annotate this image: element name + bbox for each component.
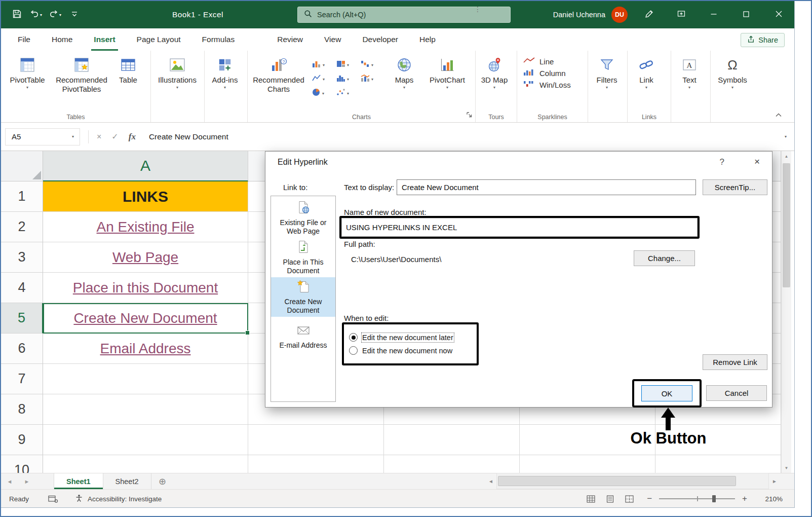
screentip-button[interactable]: ScreenTip... [703,179,767,195]
sparkline-column-button[interactable]: Column [523,68,571,78]
horizontal-scroll-thumb[interactable] [498,476,736,486]
illustrations-button[interactable]: Illustrations ▾ [153,53,202,91]
horizontal-scrollbar[interactable]: ◄ ► [485,473,780,489]
scroll-down-icon[interactable]: ▼ [782,463,791,473]
tab-review[interactable]: Review [266,28,314,51]
page-break-preview-icon[interactable] [622,492,637,505]
cell[interactable] [248,425,384,455]
text-button[interactable]: A Text ▾ [673,53,706,91]
tab-insert[interactable]: Insert [83,28,126,51]
dialog-help-icon[interactable]: ? [720,157,724,167]
scroll-right-icon[interactable]: ► [769,473,780,489]
horizontal-scroll-track[interactable] [496,473,769,489]
expand-formula-bar-icon[interactable]: ▾ [785,134,787,139]
text-to-display-input[interactable] [397,179,696,195]
zoom-out-icon[interactable]: − [644,494,655,504]
new-sheet-icon[interactable]: ⊕ [151,473,174,489]
ok-button[interactable]: OK [641,385,692,401]
macro-record-icon[interactable] [48,495,58,503]
zoom-slider[interactable] [659,498,735,499]
inking-button[interactable] [633,1,665,28]
cell-a4[interactable]: Place in this Document [43,273,248,303]
insert-statistic-chart-button[interactable]: ▾ [335,72,359,86]
sidebar-item-existing-file[interactable]: Existing File or Web Page [271,198,335,238]
select-all-corner[interactable] [1,151,43,181]
cell-a3[interactable]: Web Page [43,242,248,273]
page-layout-view-icon[interactable] [602,492,617,505]
sheet-tab-sheet1[interactable]: Sheet1 [54,473,103,489]
cell-a6[interactable]: Email Address [43,334,248,364]
tab-splitter-handle[interactable]: ⋮ [474,1,481,17]
pivottable-button[interactable]: PivotTable ▾ [3,53,52,91]
tab-file[interactable]: File [7,28,41,51]
cell[interactable] [655,455,781,473]
zoom-in-icon[interactable]: + [739,494,750,504]
share-button[interactable]: Share [741,33,785,47]
sidebar-item-email-address[interactable]: E-mail Address [271,317,335,356]
row-header-7[interactable]: 7 [1,364,43,394]
cancel-icon[interactable]: × [97,132,101,141]
cell-a10[interactable] [43,455,248,473]
undo-button[interactable]: ▾ [27,5,45,25]
tab-view[interactable]: View [314,28,352,51]
minimize-button[interactable] [698,1,730,28]
row-header-4[interactable]: 4 [1,273,43,303]
vertical-scroll-thumb[interactable] [783,163,790,287]
cell-a9[interactable] [43,425,248,455]
insert-hierarchy-chart-button[interactable]: ▾ [335,58,359,72]
radio-unselected-icon[interactable] [349,346,358,355]
collapse-ribbon-icon[interactable] [776,110,782,119]
scroll-left-icon[interactable]: ◄ [485,473,496,489]
sidebar-item-place-in-document[interactable]: Place in This Document [271,238,335,277]
edit-now-radio-row[interactable]: Edit the new document now [349,346,472,355]
accessibility-status[interactable]: Accessibility: Investigate [75,494,162,504]
tab-help[interactable]: Help [409,28,446,51]
name-box[interactable]: A5 ▾ [5,128,80,145]
enter-icon[interactable]: ✓ [111,132,118,141]
tab-data[interactable] [245,28,266,51]
pivotchart-button[interactable]: PivotChart ▾ [422,53,473,91]
sparkline-winloss-button[interactable]: Win/Loss [523,80,571,89]
cell[interactable] [248,455,384,473]
symbols-button[interactable]: Ω Symbols ▾ [713,53,752,91]
link-button[interactable]: Link ▾ [630,53,663,91]
normal-view-icon[interactable] [583,492,598,505]
row-header-2[interactable]: 2 [1,212,43,242]
ribbon-display-options-button[interactable] [665,1,698,28]
name-of-new-document-input[interactable] [341,218,698,237]
insert-pie-chart-button[interactable]: ▾ [311,86,335,100]
tab-page-layout[interactable]: Page Layout [126,28,191,51]
insert-column-chart-button[interactable]: ▾ [311,58,335,72]
vertical-scrollbar[interactable]: ▲ ▼ [781,151,791,473]
row-header-1[interactable]: 1 [1,181,43,212]
remove-link-button[interactable]: Remove Link [703,354,767,370]
row-header-10[interactable]: 10 [1,455,43,473]
cell[interactable] [384,455,520,473]
zoom-percentage[interactable]: 210% [756,495,783,503]
sheet-tab-sheet2[interactable]: Sheet2 [103,473,151,489]
change-button[interactable]: Change... [634,250,695,266]
radio-selected-icon[interactable] [349,333,358,342]
insert-function-button[interactable]: fx [129,132,136,142]
addins-button[interactable]: Add-ins ▾ [207,53,243,91]
cell[interactable] [384,425,520,455]
recommended-charts-button[interactable]: ? Recommended Charts [250,53,307,95]
fill-handle[interactable] [245,330,250,335]
tab-home[interactable]: Home [41,28,83,51]
insert-waterfall-chart-button[interactable]: ▾ [359,58,383,72]
row-header-6[interactable]: 6 [1,334,43,364]
zoom-slider-thumb[interactable] [712,495,716,502]
tab-developer[interactable]: Developer [352,28,409,51]
cell-a1[interactable]: LINKS [43,181,248,212]
maximize-button[interactable] [730,1,762,28]
sheet-nav-right-icon[interactable]: ► [18,473,35,489]
edit-later-radio-row[interactable]: Edit the new document later [349,333,472,342]
filters-button[interactable]: Filters ▾ [590,53,624,91]
cell-a8[interactable] [43,394,248,425]
charts-dialog-launcher-icon[interactable] [466,111,473,120]
scroll-up-icon[interactable]: ▲ [782,151,791,161]
insert-combo-chart-button[interactable]: ▾ [359,72,383,86]
row-header-5[interactable]: 5 [1,303,43,334]
tab-formulas[interactable]: Formulas [191,28,246,51]
table-button[interactable]: Table [111,53,145,86]
